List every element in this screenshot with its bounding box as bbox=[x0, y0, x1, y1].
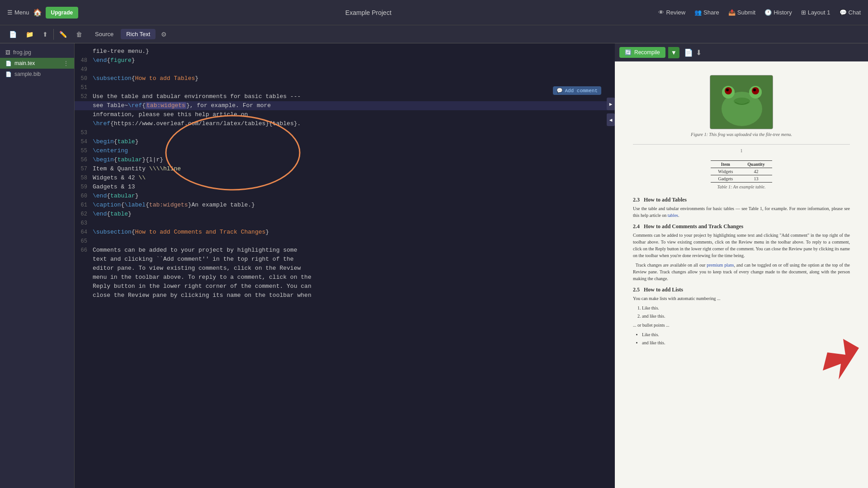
refresh-icon: 🔄 bbox=[625, 49, 632, 56]
richtext-tab[interactable]: Rich Text bbox=[121, 29, 156, 39]
project-title: Example Project bbox=[345, 9, 392, 16]
svg-point-8 bbox=[753, 89, 756, 91]
sidebar-filename-main: main.tex bbox=[14, 60, 35, 66]
tables-link[interactable]: tables bbox=[668, 213, 678, 218]
code-line: text and clicking ``Add comment'' in the… bbox=[75, 255, 615, 264]
section-25-label: How to add Lists bbox=[644, 286, 683, 293]
bib-icon: 📄 bbox=[5, 71, 12, 77]
sidebar-filename-frog: frog.jpg bbox=[13, 49, 31, 56]
chat-icon: 💬 bbox=[840, 9, 847, 16]
svg-point-7 bbox=[726, 89, 729, 91]
list-item: Like this. bbox=[642, 331, 850, 338]
premium-plans-link[interactable]: premium plans bbox=[707, 263, 734, 267]
file-toolbar: 📄 📁 ⬆ ✏️ 🗑 bbox=[4, 29, 88, 40]
table-header-quantity: Quantity bbox=[740, 161, 772, 168]
table-cell-widgets: Widgets bbox=[711, 168, 740, 175]
code-line: Reply button in the lower right corner o… bbox=[75, 282, 615, 291]
list-item: and like this. bbox=[642, 339, 850, 347]
preview-content-area: Figure 1: This frog was uploaded via the… bbox=[633, 75, 850, 347]
code-area: file-tree menu.} 48 \end{figure} 49 50 \… bbox=[75, 43, 615, 304]
section-24-label: How to add Comments and Track Changes bbox=[644, 223, 743, 230]
code-line: editor pane. To view existing comments, … bbox=[75, 264, 615, 273]
add-comment-bubble[interactable]: 💬 Add comment bbox=[553, 86, 601, 95]
layout-label: Layout 1 bbox=[808, 9, 830, 16]
topbar: ☰ Menu 🏠 Upgrade Example Project 👁 Revie… bbox=[0, 0, 868, 25]
code-line: file-tree menu.} bbox=[75, 47, 615, 56]
preview-table: Item Quantity Widgets 42 Gadgets 1 bbox=[711, 160, 772, 183]
table-row: Widgets 42 bbox=[711, 168, 772, 175]
unordered-list: Like this. and like this. bbox=[633, 331, 850, 347]
code-line: 57 Item & Quantity \\\\hline bbox=[75, 164, 615, 174]
file-options-icon[interactable]: ⋮ bbox=[63, 60, 69, 66]
figure-caption: Figure 1: This frog was uploaded via the… bbox=[633, 132, 850, 137]
comment-icon: 💬 bbox=[557, 88, 563, 94]
section-24-text2: Track changes are available on all our p… bbox=[633, 262, 850, 282]
new-folder-icon[interactable]: 📁 bbox=[22, 29, 37, 40]
editor-pane[interactable]: 💬 Add comment ▶ ◀ file-tree menu.} bbox=[75, 43, 615, 488]
sidebar-item-maintex[interactable]: 📄 main.tex ⋮ bbox=[0, 58, 74, 69]
table-caption: Table 1: An example table. bbox=[633, 184, 850, 189]
track-changes-icon[interactable]: ⚙ bbox=[157, 29, 170, 40]
preview-table-wrap: Item Quantity Widgets 42 Gadgets 1 bbox=[633, 160, 850, 189]
review-button[interactable]: 👁 Review bbox=[658, 9, 685, 16]
review-icon: 👁 bbox=[658, 9, 664, 16]
pencil-icon[interactable]: ✏️ bbox=[56, 29, 71, 40]
secondbar: 📄 📁 ⬆ ✏️ 🗑 Source Rich Text ⚙ bbox=[0, 25, 868, 43]
recompile-button[interactable]: 🔄 Recompile bbox=[619, 47, 665, 58]
delete-icon[interactable]: 🗑 bbox=[72, 29, 86, 40]
source-tab[interactable]: Source bbox=[90, 29, 119, 39]
code-line: 62 \end{table} bbox=[75, 210, 615, 219]
chat-button[interactable]: 💬 Chat bbox=[840, 9, 861, 16]
nav-arrow-right[interactable]: ▶ bbox=[607, 98, 615, 110]
code-line: 61 \caption{\label{tab:widgets}An exampl… bbox=[75, 201, 615, 210]
section-25-intro: You can make lists with automatic number… bbox=[633, 295, 850, 302]
section-23-text: Use the table and tabular environments f… bbox=[633, 205, 850, 219]
topbar-left: ☰ Menu 🏠 Upgrade bbox=[7, 7, 78, 19]
preview-figure: Figure 1: This frog was uploaded via the… bbox=[633, 75, 850, 137]
history-button[interactable]: 🕐 History bbox=[764, 9, 792, 16]
code-line: 48 \end{figure} bbox=[75, 56, 615, 65]
table-cell-13: 13 bbox=[740, 175, 772, 183]
preview-icon1[interactable]: 📄 bbox=[684, 48, 693, 57]
code-line: 55 \centering bbox=[75, 146, 615, 155]
add-comment-label: Add comment bbox=[565, 88, 598, 94]
code-line: 60 \end{tabular} bbox=[75, 192, 615, 201]
topbar-center: Example Project bbox=[84, 9, 653, 17]
preview-icon2[interactable]: ⬇ bbox=[696, 48, 702, 57]
ordered-list: Like this. and like this. bbox=[633, 305, 850, 320]
upgrade-button[interactable]: Upgrade bbox=[46, 7, 79, 19]
menu-icon: ☰ bbox=[7, 9, 13, 16]
sidebar-item-samplebib[interactable]: 📄 sample.bib bbox=[0, 69, 74, 80]
image-icon: 🖼 bbox=[5, 50, 10, 55]
upload-icon[interactable]: ⬆ bbox=[39, 29, 52, 40]
table-cell-42: 42 bbox=[740, 168, 772, 175]
frog-svg bbox=[710, 75, 773, 129]
preview-pane[interactable]: 🔄 Recompile ▼ 📄 ⬇ bbox=[615, 43, 868, 488]
code-line: 50 \subsection{How to add Tables} bbox=[75, 74, 615, 83]
history-label: History bbox=[774, 9, 792, 16]
list-item: Like this. bbox=[642, 305, 850, 312]
recompile-dropdown[interactable]: ▼ bbox=[668, 47, 679, 58]
nav-arrow-left[interactable]: ◀ bbox=[607, 113, 615, 126]
table-header-item: Item bbox=[711, 161, 740, 168]
layout-icon: ⊞ bbox=[801, 9, 806, 16]
code-line: \href{https://www.overleaf.com/learn/lat… bbox=[75, 119, 615, 128]
submit-button[interactable]: 📤 Submit bbox=[728, 9, 755, 16]
code-line: 53 bbox=[75, 128, 615, 137]
list-item: and like this. bbox=[642, 313, 850, 320]
review-label: Review bbox=[666, 9, 685, 16]
section-24-title: 2.4 How to add Comments and Track Change… bbox=[633, 223, 850, 230]
sidebar-item-frogjpg[interactable]: 🖼 frog.jpg bbox=[0, 47, 74, 58]
home-button[interactable]: 🏠 bbox=[33, 8, 42, 17]
frog-image bbox=[710, 75, 773, 129]
menu-label: Menu bbox=[14, 9, 29, 16]
submit-label: Submit bbox=[737, 9, 755, 16]
layout-button[interactable]: ⊞ Layout 1 bbox=[801, 9, 830, 16]
code-line: 64 \subsection{How to add Comments and T… bbox=[75, 228, 615, 237]
editor-wrapper: 💬 Add comment ▶ ◀ file-tree menu.} bbox=[75, 43, 615, 488]
section-24-num: 2.4 bbox=[633, 223, 640, 230]
menu-button[interactable]: ☰ Menu bbox=[7, 9, 29, 16]
code-line: 58 Widgets & 42 \\ bbox=[75, 174, 615, 183]
share-button[interactable]: 👥 Share bbox=[694, 9, 719, 16]
new-file-icon[interactable]: 📄 bbox=[5, 29, 20, 40]
